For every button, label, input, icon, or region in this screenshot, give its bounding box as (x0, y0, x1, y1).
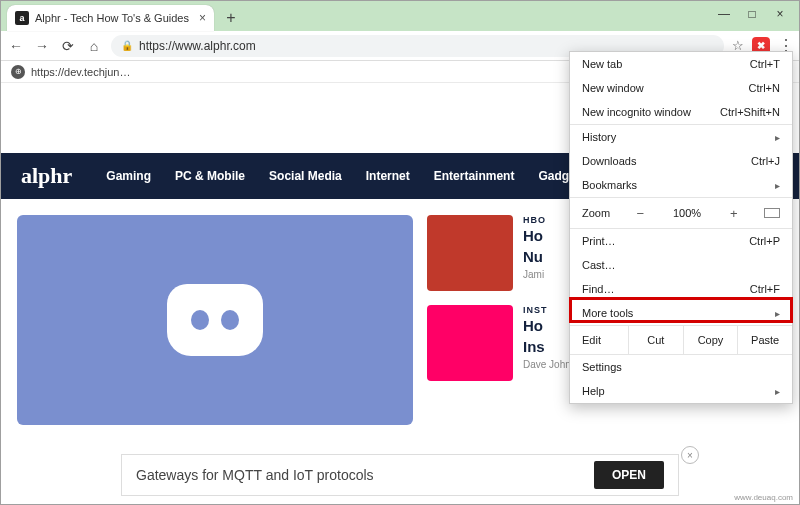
menu-edit-row: Edit Cut Copy Paste (570, 326, 792, 354)
zoom-in-button[interactable]: + (726, 206, 742, 221)
cut-button[interactable]: Cut (628, 326, 683, 354)
menu-print[interactable]: Print…Ctrl+P (570, 229, 792, 253)
article-title: Nu (523, 248, 546, 267)
nav-item[interactable]: Entertainment (434, 169, 515, 183)
bookmark-item[interactable]: https://dev.techjun… (31, 66, 130, 78)
zoom-label: Zoom (582, 207, 610, 219)
maximize-button[interactable]: □ (745, 7, 759, 21)
nav-item[interactable]: Social Media (269, 169, 342, 183)
edit-label: Edit (570, 334, 628, 346)
menu-more-tools[interactable]: More tools▸ (570, 301, 792, 325)
nav-item[interactable]: Gaming (106, 169, 151, 183)
close-window-button[interactable]: × (773, 7, 787, 21)
minimize-button[interactable]: — (717, 7, 731, 21)
submenu-arrow-icon: ▸ (775, 386, 780, 397)
ad-close-icon[interactable]: × (681, 446, 699, 464)
fullscreen-icon[interactable] (764, 208, 780, 218)
site-logo[interactable]: alphr (21, 163, 72, 189)
ad-text: Gateways for MQTT and IoT protocols (136, 467, 374, 483)
menu-help[interactable]: Help▸ (570, 379, 792, 403)
browser-tab[interactable]: a Alphr - Tech How To's & Guides × (7, 5, 214, 31)
home-button[interactable]: ⌂ (85, 37, 103, 55)
window-controls: — □ × (717, 1, 799, 21)
zoom-out-button[interactable]: − (632, 206, 648, 221)
menu-new-tab[interactable]: New tabCtrl+T (570, 52, 792, 76)
lock-icon: 🔒 (121, 40, 133, 51)
copy-button[interactable]: Copy (683, 326, 738, 354)
ad-cta-button[interactable]: OPEN (594, 461, 664, 489)
menu-settings[interactable]: Settings (570, 355, 792, 379)
menu-history[interactable]: History▸ (570, 125, 792, 149)
menu-new-window[interactable]: New windowCtrl+N (570, 76, 792, 100)
nav-item[interactable]: PC & Mobile (175, 169, 245, 183)
favicon-icon: a (15, 11, 29, 25)
back-button[interactable]: ← (7, 37, 25, 55)
article-title: Ho (523, 227, 546, 246)
tab-close-icon[interactable]: × (199, 11, 206, 25)
article-thumbnail (427, 215, 513, 291)
tab-title: Alphr - Tech How To's & Guides (35, 12, 189, 24)
browser-main-menu: New tabCtrl+T New windowCtrl+N New incog… (569, 51, 793, 404)
article-category: HBO (523, 215, 546, 225)
url-text: https://www.alphr.com (139, 39, 256, 53)
ad-banner[interactable]: Gateways for MQTT and IoT protocols OPEN (121, 454, 679, 496)
submenu-arrow-icon: ▸ (775, 132, 780, 143)
forward-button[interactable]: → (33, 37, 51, 55)
article-thumbnail (427, 305, 513, 381)
hero-article[interactable] (17, 215, 413, 425)
submenu-arrow-icon: ▸ (775, 308, 780, 319)
browser-window: a Alphr - Tech How To's & Guides × + — □… (0, 0, 800, 505)
discord-icon (167, 284, 263, 356)
paste-button[interactable]: Paste (737, 326, 792, 354)
article-byline: Jami (523, 269, 546, 280)
bookmark-favicon-icon: ⊕ (11, 65, 25, 79)
menu-downloads[interactable]: DownloadsCtrl+J (570, 149, 792, 173)
menu-incognito[interactable]: New incognito windowCtrl+Shift+N (570, 100, 792, 124)
menu-cast[interactable]: Cast… (570, 253, 792, 277)
menu-bookmarks[interactable]: Bookmarks▸ (570, 173, 792, 197)
watermark: www.deuaq.com (732, 493, 795, 502)
submenu-arrow-icon: ▸ (775, 180, 780, 191)
titlebar: a Alphr - Tech How To's & Guides × + — □… (1, 1, 799, 31)
menu-find[interactable]: Find…Ctrl+F (570, 277, 792, 301)
nav-item[interactable]: Internet (366, 169, 410, 183)
reload-button[interactable]: ⟳ (59, 37, 77, 55)
new-tab-button[interactable]: + (222, 9, 240, 27)
menu-zoom-row: Zoom − 100% + (570, 198, 792, 228)
zoom-value: 100% (673, 207, 701, 219)
